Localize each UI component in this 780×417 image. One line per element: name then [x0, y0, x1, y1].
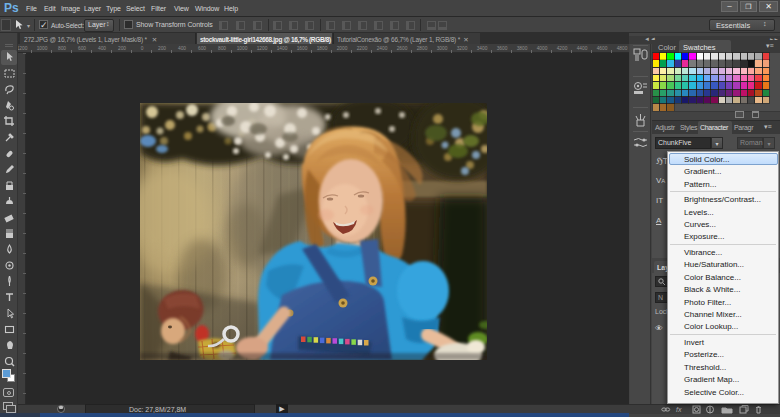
svg-text:fx: fx [676, 406, 682, 413]
